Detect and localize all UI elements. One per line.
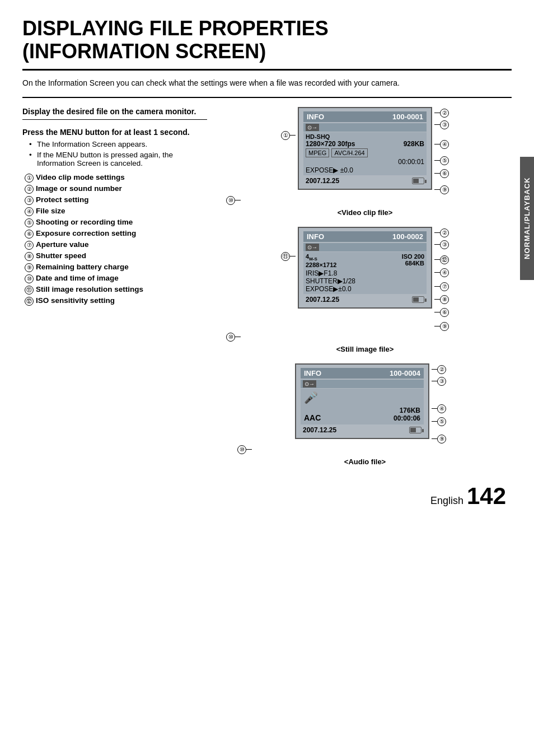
item-label: Date and time of image	[36, 274, 119, 282]
battery-icon	[412, 178, 424, 184]
video-info-header: INFO 100-0001	[303, 111, 427, 122]
item-label: Aperture value	[36, 240, 89, 249]
ann-3: ③	[440, 120, 449, 129]
right-column: ① INFO 100-0001 ⊙→ HD-SHQ	[218, 107, 512, 466]
ann-7-still: ⑦	[440, 282, 449, 291]
item-label: Shutter speed	[36, 251, 86, 260]
video-screen-container: ① INFO 100-0001 ⊙→ HD-SHQ	[218, 107, 512, 217]
item-label: Protect setting	[36, 195, 89, 204]
still-screen-container: ⑪ INFO 100-0002 ⊙→	[218, 227, 512, 353]
item-label: Still image resolution settings	[36, 285, 143, 293]
still-caption: <Still image file>	[336, 345, 394, 353]
ann-2-audio: ②	[437, 365, 446, 374]
list-item: ⑨ Remaining battery charge	[25, 263, 207, 272]
item-label: Remaining battery charge	[36, 263, 129, 271]
item-label: ISO sensitivity setting	[36, 296, 115, 305]
audio-filesize: 176KB	[394, 407, 420, 414]
still-date-row: 2007.12.25	[303, 295, 427, 304]
audio-mic-icon: 🎤	[304, 391, 420, 404]
battery-icon-audio	[409, 427, 421, 433]
num-circle: ④	[25, 207, 34, 216]
battery-icon-still	[412, 296, 424, 303]
item-label: Image or sound number	[36, 184, 122, 193]
ann-10-video: ⑩	[226, 196, 235, 205]
ann-2: ②	[440, 109, 449, 118]
ann-10-audio: ⑩	[237, 445, 246, 454]
num-circle: ⑥	[25, 230, 34, 239]
still-info-header: INFO 100-0002	[303, 231, 427, 242]
item-label: Video clip mode settings	[36, 173, 125, 181]
ann-10-still: ⑩	[226, 333, 235, 342]
ann-left-11: ⑪	[281, 252, 290, 261]
bullet-list: The Information Screen appears. If the M…	[29, 140, 207, 167]
numbered-list: ① Video clip mode settings ② Image or so…	[25, 173, 207, 306]
ann-4-still: ④	[440, 268, 449, 277]
ann-9-audio: ⑨	[437, 435, 446, 444]
list-item: ⑪ Still image resolution settings	[25, 285, 207, 295]
protect-icon-still: ⊙→	[306, 244, 319, 251]
still-image-screen: INFO 100-0002 ⊙→ 4M-S 2288×1712	[298, 227, 432, 309]
ann-3-audio: ③	[437, 377, 446, 386]
list-item: ⑩ Date and time of image	[25, 274, 207, 283]
video-clip-screen: INFO 100-0001 ⊙→ HD-SHQ 1280×720 30fps 9…	[298, 107, 432, 190]
audio-info-header: INFO 100-0004	[301, 368, 424, 379]
list-item: ② Image or sound number	[25, 184, 207, 194]
video-resolution: 1280×720 30fps	[306, 140, 355, 148]
item-label: File size	[36, 207, 65, 215]
bullet-item: If the MENU button is pressed again, the…	[29, 151, 207, 167]
video-time: 00:00:01	[398, 158, 424, 166]
list-item: ① Video clip mode settings	[25, 173, 207, 183]
num-circle: ⑩	[25, 274, 34, 283]
num-circle: ⑪	[25, 286, 34, 295]
audio-caption: <Audio file>	[344, 458, 386, 466]
num-circle: ③	[25, 196, 34, 205]
video-mode: HD-SHQ	[306, 133, 424, 140]
page-number: 142	[467, 483, 506, 510]
num-circle: ⑤	[25, 218, 34, 227]
ann-9: ⑨	[440, 185, 449, 194]
still-shutter: SHUTTER▶1/28	[306, 277, 424, 285]
num-circle: ⑨	[25, 263, 34, 272]
video-date-row: 2007.12.25	[303, 176, 427, 185]
list-item: ④ File size	[25, 207, 207, 216]
list-item: ⑥ Exposure correction setting	[25, 229, 207, 239]
ann-9-still: ⑨	[440, 322, 449, 331]
list-item: ⑦ Aperture value	[25, 240, 207, 250]
num-circle: ⑦	[25, 241, 34, 250]
ann-left-1: ①	[281, 131, 290, 140]
ann-5: ⑤	[440, 156, 449, 165]
still-res: 2288×1712	[306, 262, 336, 268]
ann-2-still: ②	[440, 228, 449, 237]
audio-screen: INFO 100-0004 ⊙→ 🎤 AAC 176KB	[295, 363, 429, 439]
item-label: Shooting or recording time	[36, 218, 133, 226]
still-iso: ISO 200	[402, 253, 424, 260]
ann-5-audio: ⑤	[437, 417, 446, 426]
list-item: ③ Protect setting	[25, 195, 207, 205]
video-exposure: EXPOSE▶ ±0.0	[306, 166, 353, 174]
english-label: English	[430, 495, 463, 507]
page-number-row: English 142	[22, 483, 512, 510]
ann-6-still: ⑥	[440, 308, 449, 317]
left-column: Display the desired file on the camera m…	[22, 107, 207, 307]
page-title: DISPLAYING FILE PROPERTIES(INFORMATION S…	[22, 17, 512, 71]
protect-icon-audio: ⊙→	[303, 380, 316, 388]
sidebar-label: NORMAL/PLAYBACK	[520, 157, 534, 280]
step2-title: Press the MENU button for at least 1 sec…	[22, 128, 207, 137]
num-circle: ①	[25, 174, 34, 183]
still-filesize: 684KB	[402, 260, 424, 267]
ann-8-still: ⑧	[440, 295, 449, 304]
ann-4-audio: ④	[437, 404, 446, 413]
still-exposure: EXPOSE▶±0.0	[306, 285, 424, 293]
video-caption: <Video clip file>	[338, 208, 393, 217]
ann-6: ⑥	[440, 169, 449, 178]
audio-codec: AAC	[304, 413, 321, 422]
item-label: Exposure correction setting	[36, 229, 136, 237]
list-item: ⑤ Shooting or recording time	[25, 218, 207, 227]
num-circle: ⑧	[25, 252, 34, 261]
audio-date-row: 2007.12.25	[301, 426, 424, 435]
protect-icon: ⊙→	[306, 124, 319, 131]
page-intro: On the Information Screen you can check …	[22, 77, 512, 98]
bullet-item: The Information Screen appears.	[29, 140, 207, 148]
ann-4: ④	[440, 140, 449, 149]
codec-avc: AVC/H.264	[331, 148, 367, 157]
